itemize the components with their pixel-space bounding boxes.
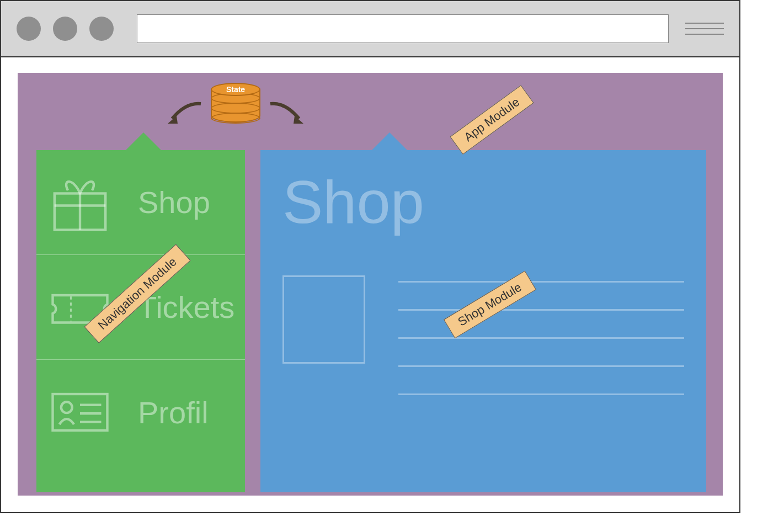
gift-icon bbox=[50, 172, 110, 233]
window-control-dot bbox=[53, 17, 77, 41]
product-text-placeholder bbox=[398, 275, 684, 395]
browser-chrome-bar bbox=[1, 1, 739, 57]
navigation-module-panel: Shop Tickets Profil bbox=[36, 150, 245, 492]
address-bar[interactable] bbox=[137, 14, 669, 43]
arrow-left-icon bbox=[167, 99, 205, 127]
product-image-placeholder bbox=[282, 275, 365, 364]
arrow-right-icon bbox=[266, 99, 305, 127]
shop-title: Shop bbox=[260, 150, 706, 242]
svg-point-7 bbox=[61, 402, 72, 413]
nav-item-shop[interactable]: Shop bbox=[36, 150, 245, 255]
window-control-dot bbox=[17, 17, 41, 41]
browser-frame: State Shop bbox=[0, 0, 740, 513]
nav-item-label: Profil bbox=[138, 395, 209, 430]
hamburger-menu-icon[interactable] bbox=[685, 23, 724, 35]
window-control-dot bbox=[89, 17, 114, 41]
state-store-icon: State bbox=[211, 83, 260, 132]
nav-item-label: Shop bbox=[138, 184, 210, 220]
tag-app-module: App Module bbox=[450, 85, 534, 155]
app-module-area: State Shop bbox=[18, 73, 723, 496]
profile-card-icon bbox=[50, 382, 110, 443]
nav-item-profil[interactable]: Profil bbox=[36, 360, 245, 465]
nav-item-tickets[interactable]: Tickets bbox=[36, 255, 245, 360]
state-label: State bbox=[211, 83, 260, 96]
